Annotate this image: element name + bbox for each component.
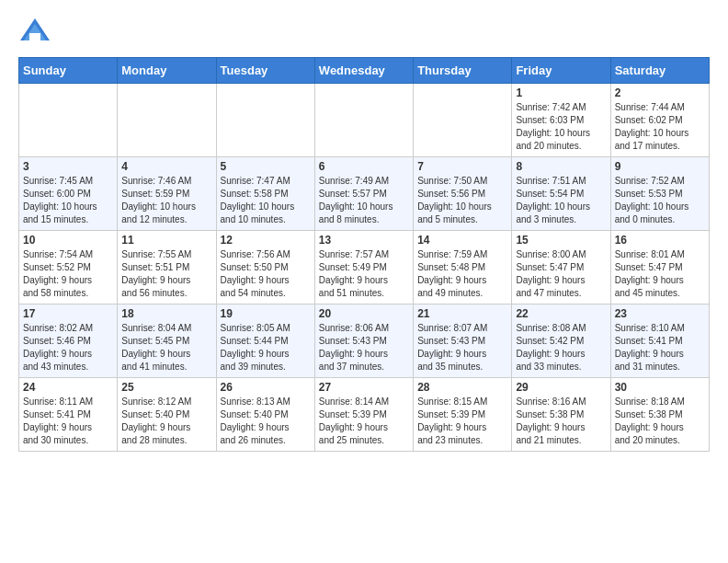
day-cell-13: 13Sunrise: 7:57 AM Sunset: 5:49 PM Dayli…	[314, 231, 413, 304]
day-info-27: Sunrise: 8:14 AM Sunset: 5:39 PM Dayligh…	[319, 396, 409, 447]
day-cell-15: 15Sunrise: 8:00 AM Sunset: 5:47 PM Dayli…	[512, 231, 610, 304]
day-number-23: 23	[615, 307, 705, 320]
day-info-12: Sunrise: 7:56 AM Sunset: 5:50 PM Dayligh…	[221, 248, 311, 300]
day-number-14: 14	[417, 234, 507, 247]
day-cell-2: 2Sunrise: 7:44 AM Sunset: 6:02 PM Daylig…	[610, 84, 709, 157]
empty-cell	[314, 84, 413, 157]
day-info-19: Sunrise: 8:05 AM Sunset: 5:44 PM Dayligh…	[221, 322, 311, 373]
day-number-15: 15	[516, 234, 606, 247]
day-number-28: 28	[417, 381, 507, 394]
day-number-27: 27	[319, 381, 409, 394]
logo	[18, 15, 55, 48]
day-number-22: 22	[516, 307, 606, 320]
day-cell-17: 17Sunrise: 8:02 AM Sunset: 5:46 PM Dayli…	[19, 304, 118, 378]
day-cell-21: 21Sunrise: 8:07 AM Sunset: 5:43 PM Dayli…	[414, 304, 512, 378]
day-number-8: 8	[516, 160, 606, 173]
day-number-4: 4	[121, 160, 211, 173]
day-info-25: Sunrise: 8:12 AM Sunset: 5:40 PM Dayligh…	[121, 396, 211, 447]
day-info-21: Sunrise: 8:07 AM Sunset: 5:43 PM Dayligh…	[417, 322, 507, 373]
day-number-29: 29	[516, 381, 606, 394]
day-info-18: Sunrise: 8:04 AM Sunset: 5:45 PM Dayligh…	[121, 322, 211, 373]
day-number-7: 7	[417, 160, 507, 173]
day-info-30: Sunrise: 8:18 AM Sunset: 5:38 PM Dayligh…	[615, 396, 705, 447]
logo-icon	[18, 15, 51, 48]
day-info-16: Sunrise: 8:01 AM Sunset: 5:47 PM Dayligh…	[615, 248, 705, 300]
weekday-header-friday: Friday	[512, 58, 610, 84]
day-number-11: 11	[121, 234, 211, 247]
page: SundayMondayTuesdayWednesdayThursdayFrid…	[0, 0, 728, 461]
day-info-26: Sunrise: 8:13 AM Sunset: 5:40 PM Dayligh…	[221, 396, 311, 447]
day-number-5: 5	[221, 160, 311, 173]
day-number-21: 21	[417, 307, 507, 320]
day-info-28: Sunrise: 8:15 AM Sunset: 5:39 PM Dayligh…	[417, 396, 507, 447]
day-info-8: Sunrise: 7:51 AM Sunset: 5:54 PM Dayligh…	[516, 175, 606, 226]
empty-cell	[216, 84, 314, 157]
day-cell-16: 16Sunrise: 8:01 AM Sunset: 5:47 PM Dayli…	[610, 231, 709, 304]
day-info-10: Sunrise: 7:54 AM Sunset: 5:52 PM Dayligh…	[23, 248, 113, 300]
day-number-3: 3	[23, 160, 113, 173]
day-number-30: 30	[615, 381, 705, 394]
day-number-12: 12	[221, 234, 311, 247]
day-number-13: 13	[319, 234, 409, 247]
day-info-24: Sunrise: 8:11 AM Sunset: 5:41 PM Dayligh…	[23, 396, 113, 447]
day-number-10: 10	[23, 234, 113, 247]
calendar-table: SundayMondayTuesdayWednesdayThursdayFrid…	[18, 57, 710, 452]
day-cell-24: 24Sunrise: 8:11 AM Sunset: 5:41 PM Dayli…	[19, 378, 118, 452]
day-cell-7: 7Sunrise: 7:50 AM Sunset: 5:56 PM Daylig…	[414, 157, 512, 231]
day-cell-1: 1Sunrise: 7:42 AM Sunset: 6:03 PM Daylig…	[512, 84, 610, 157]
day-cell-25: 25Sunrise: 8:12 AM Sunset: 5:40 PM Dayli…	[118, 378, 216, 452]
day-cell-23: 23Sunrise: 8:10 AM Sunset: 5:41 PM Dayli…	[610, 304, 709, 378]
week-row-1: 3Sunrise: 7:45 AM Sunset: 6:00 PM Daylig…	[19, 157, 710, 231]
day-cell-22: 22Sunrise: 8:08 AM Sunset: 5:42 PM Dayli…	[512, 304, 610, 378]
empty-cell	[19, 84, 118, 157]
day-number-2: 2	[615, 86, 705, 99]
day-cell-18: 18Sunrise: 8:04 AM Sunset: 5:45 PM Dayli…	[118, 304, 216, 378]
day-cell-29: 29Sunrise: 8:16 AM Sunset: 5:38 PM Dayli…	[512, 378, 610, 452]
day-info-9: Sunrise: 7:52 AM Sunset: 5:53 PM Dayligh…	[615, 175, 705, 226]
day-info-5: Sunrise: 7:47 AM Sunset: 5:58 PM Dayligh…	[221, 175, 311, 226]
weekday-header-tuesday: Tuesday	[216, 58, 314, 84]
day-cell-4: 4Sunrise: 7:46 AM Sunset: 5:59 PM Daylig…	[118, 157, 216, 231]
empty-cell	[118, 84, 216, 157]
day-cell-9: 9Sunrise: 7:52 AM Sunset: 5:53 PM Daylig…	[610, 157, 709, 231]
week-row-3: 17Sunrise: 8:02 AM Sunset: 5:46 PM Dayli…	[19, 304, 710, 378]
weekday-header-wednesday: Wednesday	[314, 58, 413, 84]
day-cell-26: 26Sunrise: 8:13 AM Sunset: 5:40 PM Dayli…	[216, 378, 314, 452]
day-cell-6: 6Sunrise: 7:49 AM Sunset: 5:57 PM Daylig…	[314, 157, 413, 231]
weekday-header-saturday: Saturday	[610, 58, 709, 84]
day-cell-30: 30Sunrise: 8:18 AM Sunset: 5:38 PM Dayli…	[610, 378, 709, 452]
day-number-20: 20	[319, 307, 409, 320]
weekday-header-sunday: Sunday	[19, 58, 118, 84]
day-cell-11: 11Sunrise: 7:55 AM Sunset: 5:51 PM Dayli…	[118, 231, 216, 304]
day-number-1: 1	[516, 86, 606, 99]
day-info-29: Sunrise: 8:16 AM Sunset: 5:38 PM Dayligh…	[516, 396, 606, 447]
day-info-1: Sunrise: 7:42 AM Sunset: 6:03 PM Dayligh…	[516, 101, 606, 153]
day-info-13: Sunrise: 7:57 AM Sunset: 5:49 PM Dayligh…	[319, 248, 409, 300]
day-number-6: 6	[319, 160, 409, 173]
day-info-20: Sunrise: 8:06 AM Sunset: 5:43 PM Dayligh…	[319, 322, 409, 373]
day-cell-8: 8Sunrise: 7:51 AM Sunset: 5:54 PM Daylig…	[512, 157, 610, 231]
day-cell-3: 3Sunrise: 7:45 AM Sunset: 6:00 PM Daylig…	[19, 157, 118, 231]
day-number-19: 19	[221, 307, 311, 320]
day-number-16: 16	[615, 234, 705, 247]
day-number-9: 9	[615, 160, 705, 173]
week-row-4: 24Sunrise: 8:11 AM Sunset: 5:41 PM Dayli…	[19, 378, 710, 452]
week-row-0: 1Sunrise: 7:42 AM Sunset: 6:03 PM Daylig…	[19, 84, 710, 157]
day-cell-19: 19Sunrise: 8:05 AM Sunset: 5:44 PM Dayli…	[216, 304, 314, 378]
day-info-3: Sunrise: 7:45 AM Sunset: 6:00 PM Dayligh…	[23, 175, 113, 226]
day-number-26: 26	[221, 381, 311, 394]
empty-cell	[414, 84, 512, 157]
day-cell-5: 5Sunrise: 7:47 AM Sunset: 5:58 PM Daylig…	[216, 157, 314, 231]
day-cell-12: 12Sunrise: 7:56 AM Sunset: 5:50 PM Dayli…	[216, 231, 314, 304]
weekday-header-row: SundayMondayTuesdayWednesdayThursdayFrid…	[19, 58, 710, 84]
day-info-17: Sunrise: 8:02 AM Sunset: 5:46 PM Dayligh…	[23, 322, 113, 373]
day-info-22: Sunrise: 8:08 AM Sunset: 5:42 PM Dayligh…	[516, 322, 606, 373]
svg-rect-3	[29, 33, 40, 40]
day-info-6: Sunrise: 7:49 AM Sunset: 5:57 PM Dayligh…	[319, 175, 409, 226]
header	[18, 15, 710, 48]
day-number-18: 18	[121, 307, 211, 320]
day-info-23: Sunrise: 8:10 AM Sunset: 5:41 PM Dayligh…	[615, 322, 705, 373]
day-cell-20: 20Sunrise: 8:06 AM Sunset: 5:43 PM Dayli…	[314, 304, 413, 378]
day-cell-14: 14Sunrise: 7:59 AM Sunset: 5:48 PM Dayli…	[414, 231, 512, 304]
day-cell-10: 10Sunrise: 7:54 AM Sunset: 5:52 PM Dayli…	[19, 231, 118, 304]
